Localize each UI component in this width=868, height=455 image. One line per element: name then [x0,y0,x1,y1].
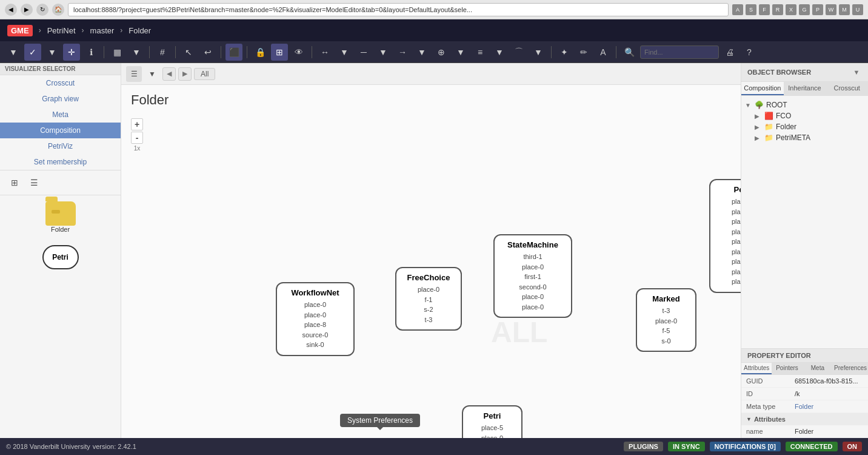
toolbar-btn-hash[interactable]: # [154,44,171,61]
toolbar-btn-lock[interactable]: 🔒 [252,44,269,61]
prop-row-id: ID /k [741,388,868,400]
canvas-tab-all[interactable]: All [194,68,215,80]
left-sidebar: VISUALIZER SELECTOR Crosscut Graph view … [0,63,121,438]
tree-item-petrimeta[interactable]: ▶ 📁 PetriMETA [745,132,864,143]
collapse-arrow-icon[interactable]: ▼ [746,416,752,422]
nav-forward-button[interactable]: ▶ [21,4,33,16]
toolbar-btn-minus[interactable]: ─ [355,44,372,61]
model-node-petri-large[interactable]: Petri place-2 place-3 place-0 place-1 pl… [709,179,741,293]
nav-back-button[interactable]: ◀ [5,4,17,16]
sidebar-list-icon[interactable]: ☰ [27,175,41,190]
sidebar-grid-icon[interactable]: ⊞ [7,175,22,190]
toolbar-btn-eye[interactable]: 👁 [290,44,307,61]
toolbar-btn-help[interactable]: ? [741,44,758,61]
plugins-badge[interactable]: PLUGINS [624,442,663,451]
toolbar-btn-dropdown2[interactable]: ▼ [44,44,61,61]
toolbar-btn-plus-box[interactable]: ⊞ [271,44,288,61]
canvas-nav-back[interactable]: ◀ [162,67,176,81]
viz-item-meta[interactable]: Meta [0,107,121,123]
ext-icon-9: M [839,4,850,15]
nav-home-button[interactable]: 🏠 [52,4,64,16]
toolbar-btn-lines[interactable]: ≡ [472,44,489,61]
toolbar-btn-dropdown5[interactable]: ▼ [375,44,392,61]
canvas-tab-list-icon[interactable]: ☰ [126,66,142,82]
toolbar-btn-grid[interactable]: ▦ [109,44,125,61]
model-node-workflownet[interactable]: WorkflowNet place-0 place-0 place-8 sour… [276,282,355,356]
canvas-nav-forward[interactable]: ▶ [178,67,192,81]
toolbar-btn-dropdown6[interactable]: ▼ [413,44,430,61]
prop-tab-meta[interactable]: Meta [803,363,833,374]
tree-icon-root: 🌳 [755,101,764,109]
model-node-freechoice[interactable]: FreeChoice place-0 f-1 s-2 t-3 [395,267,462,331]
nav-refresh-button[interactable]: ↻ [36,4,48,16]
viz-item-petriviz[interactable]: PetriViz [0,138,121,154]
breadcrumb-master[interactable]: master [90,26,115,35]
prop-row-guid: GUID 685180ca-f0b3-815... [741,375,868,388]
toolbar-btn-fill[interactable]: ✦ [556,44,573,61]
zoom-in-button[interactable]: + [131,118,143,130]
toolbar-btn-dropdown9[interactable]: ▼ [530,44,547,61]
viz-item-crosscut[interactable]: Crosscut [0,75,121,91]
toolbar-btn-text[interactable]: A [595,44,612,61]
sidebar-node-petri[interactable]: Petri [0,239,121,278]
toolbar-btn-arrow-lr[interactable]: ↔ [316,44,333,61]
model-node-petri-small[interactable]: Petri place-5 place-0 [462,405,522,438]
toolbar-btn-cross[interactable]: ⊕ [433,44,450,61]
model-node-statemachine[interactable]: StateMachine third-1 place-0 first-1 sec… [493,234,572,318]
zoom-out-button[interactable]: - [131,132,143,144]
url-bar[interactable] [68,3,729,16]
find-input[interactable] [640,46,719,59]
prop-val-metatype[interactable]: Folder [795,403,863,410]
petri-large-item-6: place-2 [719,257,741,267]
connected-badge[interactable]: CONNECTED [786,442,838,451]
viz-item-set-membership[interactable]: Set membership [0,154,121,170]
toolbar-btn-cursor[interactable]: ↖ [180,44,197,61]
status-bar: © 2018 Vanderbilt University version: 2.… [0,438,868,455]
breadcrumb-sep-2: › [82,26,84,35]
obj-tab-crosscut[interactable]: Crosscut [826,82,868,95]
toolbar-btn-arrow-r[interactable]: → [394,44,411,61]
toolbar-btn-dropdown[interactable]: ▼ [5,44,22,61]
toolbar-sep-8 [616,46,616,58]
marked-item-1: place-0 [646,316,687,326]
model-node-marked[interactable]: Marked t-3 place-0 f-5 s-0 [636,288,696,352]
obj-tab-inheritance[interactable]: Inheritance [784,82,826,95]
filter-icon[interactable]: ▼ [851,67,862,78]
prop-tab-preferences[interactable]: Preferences [833,363,868,374]
viz-item-composition[interactable]: Composition [0,123,121,138]
canvas-content[interactable]: Folder + - 1x ALL WorkflowNet place-0 pl… [121,85,741,438]
toolbar-btn-print[interactable]: 🖨 [721,44,738,61]
toolbar-btn-info[interactable]: ℹ [82,44,99,61]
tree-item-folder[interactable]: ▶ 📁 Folder [745,121,864,132]
tree-label-folder: Folder [776,123,796,131]
notifications-badge[interactable]: NOTIFICATIONS [0] [710,442,781,451]
in-sync-badge[interactable]: IN SYNC [668,442,705,451]
on-badge[interactable]: ON [843,442,863,451]
obj-tab-composition[interactable]: Composition [741,82,784,95]
toolbar-btn-dropdown7[interactable]: ▼ [452,44,469,61]
toolbar-btn-curve[interactable]: ⌒ [510,44,527,61]
breadcrumb-folder[interactable]: Folder [129,26,151,35]
toolbar-btn-pen[interactable]: ✏ [575,44,592,61]
toolbar-btn-dropdown8[interactable]: ▼ [491,44,508,61]
workflownet-item-0: place-0 [285,300,345,310]
viz-item-graph-view[interactable]: Graph view [0,91,121,107]
prop-tab-pointers[interactable]: Pointers [772,363,802,374]
toolbar-btn-bend[interactable]: ↩ [199,44,216,61]
canvas-tab-dropdown[interactable]: ▼ [144,66,160,82]
ext-icon-4: R [772,4,783,15]
tree-item-fco[interactable]: ▶ 🟥 FCO [745,110,864,121]
sidebar-node-folder[interactable]: Folder [0,195,121,239]
toolbar-btn-check[interactable]: ✓ [24,44,41,61]
toolbar-btn-search[interactable]: 🔍 [621,44,638,61]
system-prefs-tooltip[interactable]: System Preferences [340,414,420,427]
toolbar-btn-dropdown4[interactable]: ▼ [336,44,353,61]
folder-svg [52,206,70,221]
breadcrumb-petriNet[interactable]: PetriNet [47,26,76,35]
prop-tab-attributes[interactable]: Attributes [741,363,772,374]
toolbar-btn-dropdown3[interactable]: ▼ [128,44,145,61]
tree-item-root[interactable]: ▼ 🌳 ROOT [745,99,864,110]
toolbar-btn-move[interactable]: ✛ [63,44,80,61]
toolbar-btn-box[interactable]: ⬛ [225,44,242,61]
freechoice-item-3: t-3 [405,315,452,325]
